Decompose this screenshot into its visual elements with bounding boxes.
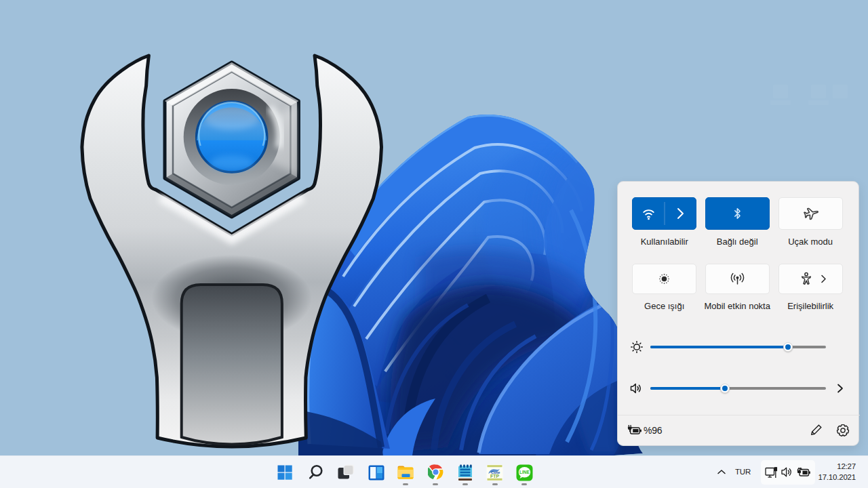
svg-text:LINE: LINE: [519, 470, 530, 474]
svg-text:FTP: FTP: [490, 474, 500, 479]
